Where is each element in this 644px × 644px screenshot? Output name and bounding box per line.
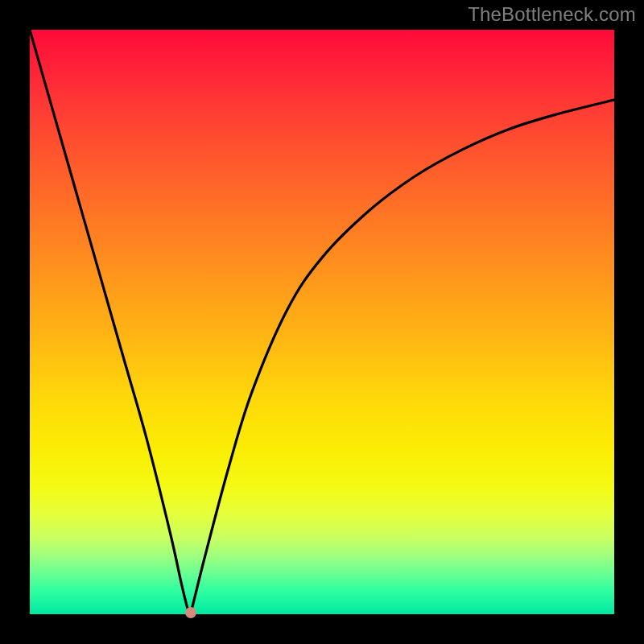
- optimal-marker: [185, 607, 196, 618]
- plot-area: [30, 30, 614, 614]
- chart-frame: TheBottleneck.com: [0, 0, 644, 644]
- watermark-label: TheBottleneck.com: [468, 3, 636, 26]
- bottleneck-curve: [30, 30, 614, 614]
- curve-path: [30, 30, 614, 613]
